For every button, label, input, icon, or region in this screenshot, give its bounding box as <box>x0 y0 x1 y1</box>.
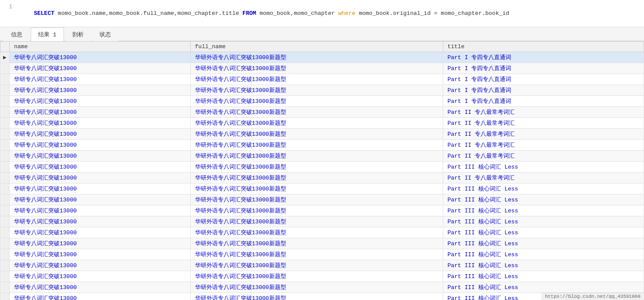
cell-full_name: 华研外语专八词汇突破13000新题型 <box>190 271 443 282</box>
cell-title: Part III 核心词汇 Less <box>443 216 644 227</box>
cell-full_name: 华研外语专八词汇突破13000新题型 <box>190 96 443 107</box>
table-row[interactable]: 华研专八词汇突破13000华研外语专八词汇突破13000新题型Part III … <box>0 282 644 293</box>
cell-title: Part I 专四专八直通词 <box>443 52 644 63</box>
row-marker: ▶ <box>0 52 10 63</box>
cell-full_name: 华研外语专八词汇突破13000新题型 <box>190 184 443 194</box>
tab-status[interactable]: 状态 <box>92 28 118 41</box>
cell-full_name: 华研外语专八词汇突破13000新题型 <box>190 227 443 238</box>
table-row[interactable]: 华研专八词汇突破13000华研外语专八词汇突破13000新题型Part I 专四… <box>0 63 644 74</box>
cell-full_name: 华研外语专八词汇突破13000新题型 <box>190 140 443 151</box>
row-marker <box>0 271 10 282</box>
row-marker <box>0 184 10 194</box>
cell-title: Part III 核心词汇 Less <box>443 227 644 238</box>
table-row[interactable]: 华研专八词汇突破13000华研外语专八词汇突破13000新题型Part II 专… <box>0 107 644 118</box>
condition: momo_book.original_id = momo_chapter.boo… <box>359 10 509 17</box>
cell-full_name: 华研外语专八词汇突破13000新题型 <box>190 238 443 249</box>
row-marker <box>0 194 10 205</box>
table-header-row: name full_name title <box>0 42 644 52</box>
row-marker <box>0 173 10 184</box>
row-marker <box>0 107 10 118</box>
cell-title: Part I 专四专八直通词 <box>443 85 644 96</box>
keyword-select: SELECT <box>34 10 58 17</box>
table-row[interactable]: 华研专八词汇突破13000华研外语专八词汇突破13000新题型Part II 专… <box>0 140 644 151</box>
table-row[interactable]: ▶华研专八词汇突破13000华研外语专八词汇突破13000新题型Part I 专… <box>0 52 644 63</box>
table-row[interactable]: 华研专八词汇突破13000华研外语专八词汇突破13000新题型Part I 专四… <box>0 96 644 107</box>
cell-full_name: 华研外语专八词汇突破13000新题型 <box>190 173 443 184</box>
row-marker <box>0 96 10 107</box>
cell-full_name: 华研外语专八词汇突破13000新题型 <box>190 249 443 260</box>
results-container[interactable]: name full_name title ▶华研专八词汇突破13000华研外语专… <box>0 41 644 300</box>
cell-name: 华研专八词汇突破13000 <box>10 151 191 162</box>
row-marker <box>0 129 10 140</box>
cell-name: 华研专八词汇突破13000 <box>10 140 191 151</box>
table-row[interactable]: 华研专八词汇突破13000华研外语专八词汇突破13000新题型Part III … <box>0 216 644 227</box>
cell-name: 华研专八词汇突破13000 <box>10 205 191 216</box>
cell-title: Part III 核心词汇 Less <box>443 205 644 216</box>
keyword-where: where <box>338 10 359 17</box>
cell-title: Part II 专八最常考词汇 <box>443 118 644 129</box>
cell-name: 华研专八词汇突破13000 <box>10 118 191 129</box>
table-row[interactable]: 华研专八词汇突破13000华研外语专八词汇突破13000新题型Part I 专四… <box>0 85 644 96</box>
cell-full_name: 华研外语专八词汇突破13000新题型 <box>190 194 443 205</box>
table-row[interactable]: 华研专八词汇突破13000华研外语专八词汇突破13000新题型Part III … <box>0 184 644 194</box>
cell-full_name: 华研外语专八词汇突破13000新题型 <box>190 205 443 216</box>
cell-name: 华研专八词汇突破13000 <box>10 96 191 107</box>
cell-name: 华研专八词汇突破13000 <box>10 85 191 96</box>
cell-title: Part III 核心词汇 Less <box>443 271 644 282</box>
table-row[interactable]: 华研专八词汇突破13000华研外语专八词汇突破13000新题型Part III … <box>0 162 644 173</box>
cell-title: Part III 核心词汇 Less <box>443 194 644 205</box>
row-marker <box>0 205 10 216</box>
cell-title: Part II 专八最常考词汇 <box>443 129 644 140</box>
row-marker <box>0 74 10 85</box>
cell-name: 华研专八词汇突破13000 <box>10 271 191 282</box>
row-marker <box>0 249 10 260</box>
table-row[interactable]: 华研专八词汇突破13000华研外语专八词汇突破13000新题型Part III … <box>0 260 644 271</box>
cell-title: Part I 专四专八直通词 <box>443 63 644 74</box>
table-row[interactable]: 华研专八词汇突破13000华研外语专八词汇突破13000新题型Part II 专… <box>0 118 644 129</box>
cell-full_name: 华研外语专八词汇突破13000新题型 <box>190 162 443 173</box>
sql-editor[interactable]: 1 SELECT momo_book.name,momo_book.full_n… <box>0 0 644 27</box>
cell-full_name: 华研外语专八词汇突破13000新题型 <box>190 151 443 162</box>
row-marker <box>0 63 10 74</box>
col-header-name[interactable]: name <box>10 42 191 52</box>
table-row[interactable]: 华研专八词汇突破13000华研外语专八词汇突破13000新题型Part II 专… <box>0 129 644 140</box>
status-text: https://blog.csdn.net/qq_43591060 <box>545 294 640 299</box>
col-header-fullname[interactable]: full_name <box>190 42 443 52</box>
cell-title: Part II 专八最常考词汇 <box>443 140 644 151</box>
tab-result[interactable]: 结果 1 <box>31 28 64 41</box>
results-table: name full_name title ▶华研专八词汇突破13000华研外语专… <box>0 41 644 300</box>
status-bar: https://blog.csdn.net/qq_43591060 <box>541 293 644 300</box>
cell-name: 华研专八词汇突破13000 <box>10 238 191 249</box>
row-marker <box>0 118 10 129</box>
cell-name: 华研专八词汇突破13000 <box>10 216 191 227</box>
table-row[interactable]: 华研专八词汇突破13000华研外语专八词汇突破13000新题型Part III … <box>0 271 644 282</box>
tab-info[interactable]: 信息 <box>4 28 30 41</box>
cell-full_name: 华研外语专八词汇突破13000新题型 <box>190 293 443 300</box>
tabs-bar: 信息 结果 1 剖析 状态 <box>0 27 644 41</box>
table-row[interactable]: 华研专八词汇突破13000华研外语专八词汇突破13000新题型Part III … <box>0 194 644 205</box>
tab-profile[interactable]: 剖析 <box>65 28 91 41</box>
table-row[interactable]: 华研专八词汇突破13000华研外语专八词汇突破13000新题型Part III … <box>0 227 644 238</box>
cell-name: 华研专八词汇突破13000 <box>10 260 191 271</box>
table-row[interactable]: 华研专八词汇突破13000华研外语专八词汇突破13000新题型Part III … <box>0 249 644 260</box>
row-marker <box>0 162 10 173</box>
cell-title: Part III 核心词汇 Less <box>443 162 644 173</box>
sql-code[interactable]: SELECT momo_book.name,momo_book.full_nam… <box>18 2 644 25</box>
table-row[interactable]: 华研专八词汇突破13000华研外语专八词汇突破13000新题型Part II 专… <box>0 173 644 184</box>
columns: momo_book.name,momo_book.full_name,momo_… <box>58 10 242 17</box>
cell-full_name: 华研外语专八词汇突破13000新题型 <box>190 282 443 293</box>
cell-title: Part II 专八最常考词汇 <box>443 107 644 118</box>
cell-title: Part I 专四专八直通词 <box>443 74 644 85</box>
col-header-title[interactable]: title <box>443 42 644 52</box>
table-row[interactable]: 华研专八词汇突破13000华研外语专八词汇突破13000新题型Part III … <box>0 205 644 216</box>
row-marker <box>0 140 10 151</box>
table-row[interactable]: 华研专八词汇突破13000华研外语专八词汇突破13000新题型Part II 专… <box>0 151 644 162</box>
cell-title: Part III 核心词汇 Less <box>443 260 644 271</box>
cell-full_name: 华研外语专八词汇突破13000新题型 <box>190 85 443 96</box>
cell-title: Part I 专四专八直通词 <box>443 96 644 107</box>
table-row[interactable]: 华研专八词汇突破13000华研外语专八词汇突破13000新题型Part III … <box>0 238 644 249</box>
cell-name: 华研专八词汇突破13000 <box>10 52 191 63</box>
table-row[interactable]: 华研专八词汇突破13000华研外语专八词汇突破13000新题型Part I 专四… <box>0 74 644 85</box>
cell-title: Part III 核心词汇 Less <box>443 282 644 293</box>
line-number: 1 <box>0 2 18 12</box>
